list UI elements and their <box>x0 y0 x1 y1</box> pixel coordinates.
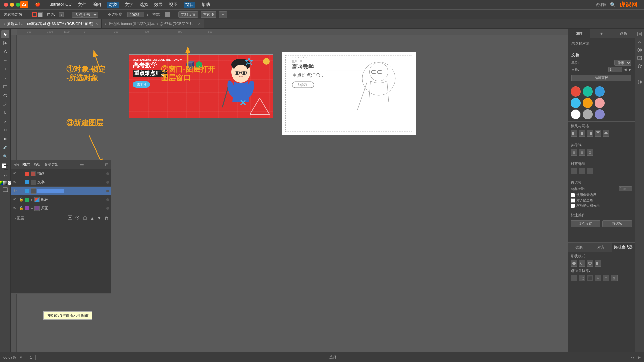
align-right-btn[interactable] <box>587 130 593 137</box>
tab-1-close[interactable]: ✕ <box>95 22 98 26</box>
eye-icon-editing[interactable]: 👁 <box>13 189 18 193</box>
color-mode-btn[interactable] <box>0 181 3 185</box>
layer-item-color[interactable]: 👁 🔒 ▶ 配色 <box>11 195 111 204</box>
swatch-white[interactable] <box>571 109 581 119</box>
add-layer-btn[interactable] <box>83 215 87 221</box>
rp-tab-artboard[interactable]: 画板 <box>612 29 635 38</box>
search-icon[interactable]: 🔍 <box>610 2 616 7</box>
rp-edit-artboard-btn[interactable]: 编辑画板 <box>571 75 631 81</box>
tab-2-close[interactable]: ✕ <box>198 22 201 26</box>
divide-btn[interactable]: ÷ <box>571 275 577 281</box>
align-opt-3[interactable]: ⊢ <box>587 168 593 174</box>
outline-btn[interactable]: □ <box>603 275 609 281</box>
menu-edit[interactable]: 编辑 <box>93 2 101 8</box>
layer-name-input[interactable] <box>37 189 64 193</box>
rect-tool[interactable] <box>1 82 9 90</box>
align-center-v-btn[interactable] <box>603 130 609 137</box>
extra-tools-btn[interactable]: ▼ <box>219 11 227 18</box>
menu-illustrator[interactable]: Illustrator CC <box>46 2 72 8</box>
tab-1[interactable]: ● 插边风-banner演示稿.ai @ 66.67% (RGB/GPU 预览)… <box>0 19 102 28</box>
pen-tool[interactable] <box>1 48 9 56</box>
screen-mode-btn[interactable] <box>2 187 8 194</box>
guide-btn-2[interactable]: ⊟ <box>579 149 585 156</box>
prefs-btn[interactable]: 首选项 <box>201 11 216 18</box>
panel-icon-circle[interactable] <box>636 46 643 54</box>
swap-colors[interactable]: ⇄ <box>1 171 9 179</box>
crop-btn[interactable]: ✂ <box>595 275 601 281</box>
tab-2[interactable]: ● 插边风-banner演示稿的副本.ai @ 67% [RGB/GPU 预览]… <box>102 19 204 28</box>
panel-tab-artboard[interactable]: 画板 <box>33 162 41 167</box>
type-tool[interactable]: T <box>1 65 9 73</box>
quick-prefs-btn[interactable]: 首选项 <box>602 220 632 227</box>
intersect-btn[interactable] <box>587 260 593 267</box>
swatch-blue[interactable] <box>595 86 605 97</box>
layer-item-editing[interactable]: 👁 🔒 <box>11 187 111 195</box>
layer-vis-dot[interactable] <box>106 172 109 175</box>
line-tool[interactable]: \ <box>1 74 9 82</box>
layer-up-btn[interactable]: ▲ <box>90 216 94 221</box>
menu-view[interactable]: 视图 <box>169 2 178 8</box>
swatch-light-blue[interactable] <box>571 98 581 108</box>
gradient-tool[interactable] <box>1 135 9 143</box>
rotate-tool[interactable]: ↻ <box>1 109 9 117</box>
quick-doc-setup-btn[interactable]: 文档设置 <box>571 220 600 227</box>
swatch-teal[interactable] <box>583 86 593 97</box>
align-center-h-btn[interactable] <box>579 130 585 137</box>
menu-file[interactable]: 文件 <box>78 2 87 8</box>
eye-icon-original[interactable]: 👁 <box>13 206 18 211</box>
rp-tab-properties[interactable]: 属性 <box>568 29 590 38</box>
layer-down-btn[interactable]: ▼ <box>97 216 101 221</box>
expand-icon-color[interactable]: ▶ <box>31 198 33 201</box>
panel-icon-image[interactable] <box>636 54 643 62</box>
select-tool[interactable] <box>1 30 9 38</box>
menu-apple[interactable]: 🍎 <box>35 2 40 8</box>
align-opt-2[interactable]: ⊣ <box>579 168 585 174</box>
menu-effect[interactable]: 效果 <box>154 2 163 8</box>
rp-bottom-tab-transform[interactable]: 变换 <box>568 243 590 252</box>
lock-icon-original[interactable]: 🔒 <box>19 206 24 211</box>
panel-icon-star[interactable] <box>636 62 643 70</box>
align-opt-1[interactable]: ⊣ <box>571 168 577 174</box>
panel-icon-gear[interactable] <box>636 78 643 86</box>
lock-icon-text[interactable]: 🔒 <box>19 180 24 185</box>
fill-stroke-selector[interactable] <box>2 163 9 171</box>
layer-vis-dot-2[interactable] <box>106 181 109 184</box>
snap-pixel-checkbox[interactable] <box>571 193 575 197</box>
snap-corners-checkbox[interactable] <box>571 198 575 203</box>
panel-collapse-btn[interactable]: ◀◀ <box>14 162 19 167</box>
move-to-layer[interactable] <box>75 215 80 221</box>
maximize-button[interactable] <box>16 3 20 7</box>
layer-vis-dot-4[interactable] <box>106 198 109 201</box>
guide-btn-1[interactable]: ⊞ <box>571 149 577 156</box>
lock-icon-color[interactable]: 🔒 <box>19 197 24 202</box>
zoom-tool[interactable]: 🔍 <box>1 152 9 160</box>
pencil-tool[interactable]: ✏ <box>1 56 9 64</box>
menu-text[interactable]: 文字 <box>125 2 133 8</box>
scale-raster-checkbox[interactable] <box>571 204 575 208</box>
scale-tool[interactable]: ⤢ <box>1 117 9 125</box>
ellipse-tool[interactable] <box>1 91 9 99</box>
rp-board-left[interactable]: ◀ <box>624 68 627 71</box>
fill-color-box[interactable] <box>38 12 43 17</box>
menu-help[interactable]: 帮助 <box>201 2 210 8</box>
rp-board-right[interactable]: ▶ <box>629 68 631 71</box>
panel-icon-grid[interactable] <box>636 70 643 78</box>
opacity-input[interactable] <box>127 12 144 17</box>
align-left-btn[interactable] <box>571 130 577 137</box>
minus-front-btn[interactable] <box>579 260 585 267</box>
guide-btn-3[interactable]: ⊠ <box>587 149 593 156</box>
banner-btn[interactable]: 去学习 <box>133 81 150 88</box>
lock-icon-editing[interactable]: 🔒 <box>19 189 24 193</box>
swatch-orange[interactable] <box>583 98 593 108</box>
layer-item-illustration[interactable]: 👁 🔒 插画 <box>11 169 111 178</box>
menu-object[interactable]: 对象 <box>107 2 119 8</box>
rp-board-input[interactable] <box>608 67 622 72</box>
swatch-red[interactable] <box>571 86 581 97</box>
stroke-color-box[interactable] <box>32 12 37 17</box>
hard-mix-btn[interactable]: ⊠ <box>611 275 618 281</box>
panel-icon-1[interactable] <box>636 30 643 38</box>
brush-tool[interactable]: 🖊 <box>1 100 9 108</box>
gradient-mode-btn[interactable] <box>3 181 7 185</box>
rp-bottom-tab-pathfinder[interactable]: 路径查找器 <box>612 243 635 252</box>
eye-icon-color[interactable]: 👁 <box>13 197 18 202</box>
